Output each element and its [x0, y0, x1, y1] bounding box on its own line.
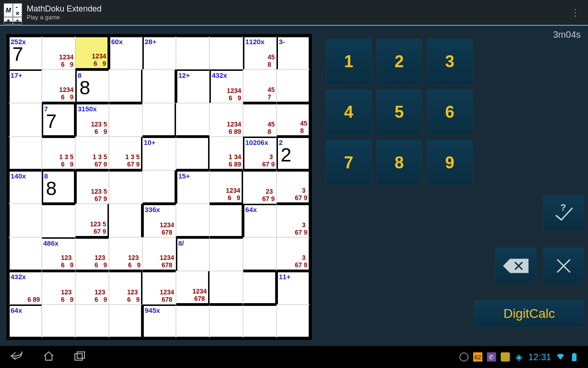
- cell-5-3[interactable]: [109, 204, 142, 237]
- cell-1-0[interactable]: 17+: [8, 69, 42, 103]
- cell-5-6[interactable]: [209, 204, 243, 237]
- cell-7-4[interactable]: 1234 678: [142, 271, 176, 305]
- puzzle-grid[interactable]: 252x71234 6 91234 6 960x28+1120x 45 8 3-…: [6, 34, 312, 340]
- key-9[interactable]: 9: [427, 140, 473, 186]
- cell-1-8[interactable]: [277, 69, 310, 103]
- cell-1-4[interactable]: [142, 69, 176, 103]
- hint-button[interactable]: ?: [543, 195, 584, 232]
- cell-8-0[interactable]: 64x: [8, 305, 42, 338]
- cell-0-7[interactable]: 1120x 45 8: [243, 36, 277, 69]
- cell-4-5[interactable]: 15+: [176, 170, 209, 204]
- cell-6-3[interactable]: 123 6 9: [109, 237, 142, 271]
- key-6[interactable]: 6: [427, 89, 473, 135]
- cell-7-2[interactable]: 123 6 9: [75, 271, 109, 305]
- cell-0-1[interactable]: 1234 6 9: [42, 36, 75, 69]
- key-2[interactable]: 2: [376, 39, 422, 85]
- cell-0-2[interactable]: 1234 6 9: [75, 36, 109, 69]
- cell-5-8[interactable]: 3 67 9: [277, 204, 310, 237]
- cell-3-1[interactable]: 1 3 5 6 9: [42, 137, 75, 170]
- cell-3-6[interactable]: 1 34 6 89: [209, 137, 243, 170]
- cell-2-4[interactable]: [142, 103, 176, 137]
- key-1[interactable]: 1: [326, 39, 372, 85]
- cell-4-2[interactable]: 123 5 67 9: [75, 170, 109, 204]
- cell-7-6[interactable]: [209, 271, 243, 305]
- key-7[interactable]: 7: [326, 140, 372, 186]
- cell-6-7[interactable]: [243, 237, 277, 271]
- cell-2-8[interactable]: 45 8: [277, 103, 310, 137]
- cell-4-1[interactable]: 88: [42, 170, 75, 204]
- cell-1-1[interactable]: 1234 6 9: [42, 69, 75, 103]
- cell-3-4[interactable]: 10+: [142, 137, 176, 170]
- cell-3-5[interactable]: [176, 137, 209, 170]
- cell-7-1[interactable]: 123 6 9: [42, 271, 75, 305]
- cell-7-8[interactable]: 11+: [277, 271, 310, 305]
- cell-2-0[interactable]: [8, 103, 42, 137]
- cell-3-8[interactable]: 22: [277, 137, 310, 170]
- overflow-menu-icon[interactable]: ⋮: [566, 7, 584, 18]
- cell-7-0[interactable]: 432x 6 89: [8, 271, 42, 305]
- cell-1-7[interactable]: 45 7: [243, 69, 277, 103]
- cell-4-8[interactable]: 3 67 9: [277, 170, 310, 204]
- cell-6-4[interactable]: 1234 678: [142, 237, 176, 271]
- cell-2-3[interactable]: [109, 103, 142, 137]
- cell-6-8[interactable]: 3 67 9: [277, 237, 310, 271]
- cell-6-6[interactable]: [209, 237, 243, 271]
- key-5[interactable]: 5: [376, 89, 422, 135]
- key-8[interactable]: 8: [376, 140, 422, 186]
- cell-8-2[interactable]: [75, 305, 109, 338]
- cell-6-1[interactable]: 486x123 6 9: [42, 237, 75, 271]
- cell-5-4[interactable]: 336x1234 678: [142, 204, 176, 237]
- key-3[interactable]: 3: [427, 39, 473, 85]
- cell-7-3[interactable]: 123 6 9: [109, 271, 142, 305]
- cell-3-7[interactable]: 10206x 3 67 9: [243, 137, 277, 170]
- digitcalc-button[interactable]: DigitCalc: [474, 300, 584, 328]
- cell-value: 2: [281, 145, 291, 165]
- cell-8-7[interactable]: [243, 305, 277, 338]
- key-4[interactable]: 4: [326, 89, 372, 135]
- cell-3-3[interactable]: 1 3 5 67 9: [109, 137, 142, 170]
- cell-0-8[interactable]: 3-: [277, 36, 310, 69]
- cell-5-1[interactable]: [42, 204, 75, 237]
- cell-1-2[interactable]: 88: [75, 69, 109, 103]
- cell-3-2[interactable]: 1 3 5 67 9: [75, 137, 109, 170]
- cell-4-0[interactable]: 140x: [8, 170, 42, 204]
- cell-5-5[interactable]: [176, 204, 209, 237]
- cell-2-5[interactable]: [176, 103, 209, 137]
- cell-4-6[interactable]: 1234 6 9: [209, 170, 243, 204]
- clear-button[interactable]: [543, 247, 584, 284]
- cell-2-7[interactable]: 45 8: [243, 103, 277, 137]
- cell-6-2[interactable]: 123 6 9: [75, 237, 109, 271]
- cell-1-6[interactable]: 432x1234 6 9: [209, 69, 243, 103]
- recents-icon[interactable]: [74, 351, 86, 363]
- back-icon[interactable]: [9, 351, 24, 363]
- cell-6-5[interactable]: 8/: [176, 237, 209, 271]
- cell-8-1[interactable]: [42, 305, 75, 338]
- cell-4-4[interactable]: [142, 170, 176, 204]
- cell-1-5[interactable]: 12+: [176, 69, 209, 103]
- home-icon[interactable]: [42, 351, 55, 363]
- cell-8-8[interactable]: [277, 305, 310, 338]
- cell-5-0[interactable]: [8, 204, 42, 237]
- cell-2-2[interactable]: 3150x123 5 6 9: [75, 103, 109, 137]
- cell-8-5[interactable]: [176, 305, 209, 338]
- cell-8-3[interactable]: [109, 305, 142, 338]
- cell-5-7[interactable]: 64x: [243, 204, 277, 237]
- cell-8-4[interactable]: 945x: [142, 305, 176, 338]
- cell-0-5[interactable]: [176, 36, 209, 69]
- cell-0-0[interactable]: 252x7: [8, 36, 42, 69]
- cell-6-0[interactable]: [8, 237, 42, 271]
- cell-1-3[interactable]: [109, 69, 142, 103]
- cell-8-6[interactable]: [209, 305, 243, 338]
- cell-4-3[interactable]: [109, 170, 142, 204]
- cell-2-1[interactable]: 77: [42, 103, 75, 137]
- backspace-button[interactable]: [495, 247, 537, 284]
- cell-0-3[interactable]: 60x: [109, 36, 142, 69]
- cell-0-4[interactable]: 28+: [142, 36, 176, 69]
- cell-4-7[interactable]: 23 67 9: [243, 170, 277, 204]
- cell-7-7[interactable]: [243, 271, 277, 305]
- cell-0-6[interactable]: [209, 36, 243, 69]
- cell-7-5[interactable]: 1234 678: [176, 271, 209, 305]
- cell-5-2[interactable]: 123 5 67 9: [75, 204, 109, 237]
- cell-2-6[interactable]: 1234 6 89: [209, 103, 243, 137]
- cell-3-0[interactable]: [8, 137, 42, 170]
